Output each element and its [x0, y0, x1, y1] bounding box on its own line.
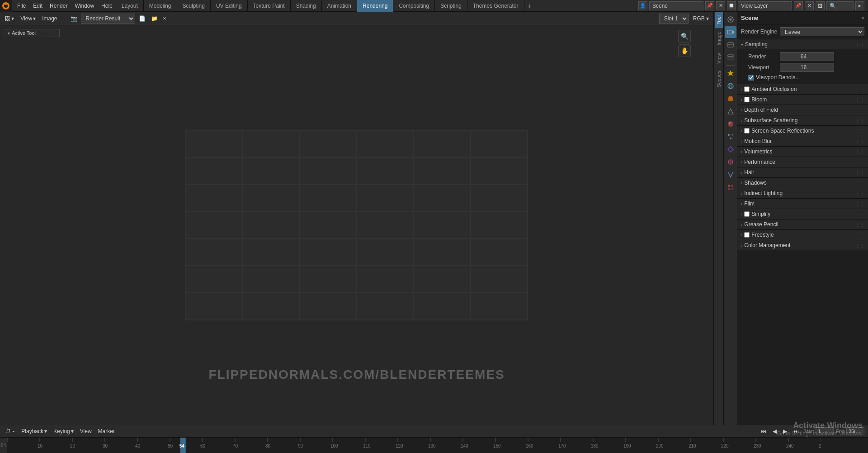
timeline-ruler[interactable] [7, 438, 868, 453]
keying-menu[interactable]: Keying ▾ [52, 427, 75, 435]
view-menu-timeline[interactable]: View [78, 427, 94, 435]
render-samples-input[interactable] [780, 52, 834, 61]
props-icon-modifiers[interactable] [725, 169, 736, 181]
tab-sculpting[interactable]: Sculpting [177, 0, 211, 12]
props-icon-scene-props[interactable] [725, 67, 736, 79]
vtab-view[interactable]: View [715, 49, 723, 67]
view-layer-pin-icon[interactable]: 📌 [794, 1, 803, 10]
section-indirect_lighting[interactable]: ›Indirect Lighting⋮⋮ [737, 188, 868, 198]
section-volumetrics[interactable]: ›Volumetrics⋮⋮ [737, 146, 868, 157]
section-dots-freestyle: ⋮⋮ [855, 233, 864, 238]
checkbox-freestyle[interactable] [744, 232, 750, 238]
image-close-button[interactable]: × [161, 14, 168, 23]
props-panel-close[interactable]: × [861, 15, 864, 21]
image-new-button[interactable]: 📄 [137, 14, 147, 23]
section-hair[interactable]: ›Hair⋮⋮ [737, 167, 868, 177]
props-icon-render[interactable] [725, 26, 736, 38]
view-layer-select[interactable] [738, 1, 792, 10]
scene-pin-icon[interactable]: 📌 [705, 1, 714, 10]
section-freestyle[interactable]: ›Freestyle⋮⋮ [737, 229, 868, 240]
section-performance[interactable]: ›Performance⋮⋮ [737, 157, 868, 167]
tab-scripting[interactable]: Scripting [435, 0, 467, 12]
play-btn[interactable]: ▶ [781, 427, 789, 435]
section-simplify[interactable]: ›Simplify⋮⋮ [737, 209, 868, 219]
checkbox-bloom[interactable] [744, 97, 750, 102]
editor-type-btn[interactable]: ⏱ ▾ [4, 427, 17, 435]
add-workspace-button[interactable]: + [524, 0, 535, 11]
checkbox-ambient_occlusion[interactable] [744, 86, 750, 92]
section-subsurface_scattering[interactable]: ›Subsurface Scattering⋮⋮ [737, 115, 868, 125]
jump-start-btn[interactable]: ⏮ [759, 427, 768, 435]
tab-layout[interactable]: Layout [116, 0, 144, 12]
render-result-select[interactable]: Render Result [81, 14, 135, 24]
sampling-section-header[interactable]: ▾ Sampling ⋮⋮ [737, 39, 868, 49]
tab-texture-paint[interactable]: Texture Paint [248, 0, 291, 12]
expand-icon[interactable]: ▸ [855, 1, 864, 10]
timeline-ruler-area[interactable]: 54 [0, 438, 868, 453]
props-icon-object[interactable] [725, 93, 736, 105]
vtab-scopes[interactable]: Scopes [715, 67, 723, 91]
menu-edit[interactable]: Edit [29, 1, 46, 10]
blender-logo[interactable] [0, 0, 12, 12]
scene-close-icon[interactable]: ✕ [716, 1, 725, 10]
viewport-samples-input[interactable] [780, 63, 834, 72]
marker-menu[interactable]: Marker [96, 427, 117, 435]
playback-menu[interactable]: Playback ▾ [19, 427, 49, 435]
props-icon-constraints[interactable] [725, 156, 736, 168]
vtab-image[interactable]: Image [715, 28, 723, 49]
scene-icon[interactable]: 👤 [638, 1, 647, 10]
start-frame-input[interactable] [816, 427, 834, 435]
section-bloom[interactable]: ›Bloom⋮⋮ [737, 94, 868, 105]
search-input[interactable] [826, 1, 854, 10]
props-icon-material[interactable] [725, 118, 736, 130]
image-menu-button[interactable]: Image [40, 14, 59, 23]
tab-themes-generator[interactable]: Themes Generator [467, 0, 524, 12]
scene-select[interactable] [649, 1, 703, 10]
editor-type-button[interactable]: 🖼 ▾ [3, 14, 16, 23]
checkbox-simplify[interactable] [744, 211, 750, 217]
menu-window[interactable]: Window [71, 1, 98, 10]
section-screen_space_reflections[interactable]: ›Screen Space Reflections⋮⋮ [737, 125, 868, 136]
section-motion_blur[interactable]: ›Motion Blur⋮⋮ [737, 136, 868, 146]
view-layer-icon[interactable]: 🔲 [727, 1, 736, 10]
checkbox-screen_space_reflections[interactable] [744, 128, 750, 134]
denoising-checkbox[interactable] [748, 75, 754, 81]
props-icon-mesh[interactable] [725, 105, 736, 117]
menu-render[interactable]: Render [46, 1, 71, 10]
props-icon-world[interactable] [725, 80, 736, 92]
display-channels-button[interactable]: RGB ▾ [691, 14, 711, 23]
props-icon-scene[interactable] [725, 14, 736, 25]
view-menu-button[interactable]: View ▾ [19, 14, 38, 23]
section-ambient_occlusion[interactable]: ›Ambient Occlusion⋮⋮ [737, 84, 868, 94]
props-icon-physics[interactable] [725, 143, 736, 155]
tab-rendering[interactable]: Rendering [357, 0, 393, 12]
section-depth_of_field[interactable]: ›Depth of Field⋮⋮ [737, 105, 868, 115]
image-browse-button[interactable]: 📷 [69, 14, 79, 23]
zoom-tool-icon[interactable]: 🔍 [678, 30, 691, 43]
end-frame-input[interactable] [846, 427, 864, 435]
props-icon-shader[interactable] [725, 181, 736, 193]
tab-animation[interactable]: Animation [322, 0, 357, 12]
play-reverse-btn[interactable]: ◀ [771, 427, 778, 435]
section-film[interactable]: ›Film⋮⋮ [737, 198, 868, 209]
view-layer-close-icon[interactable]: ✕ [805, 1, 814, 10]
menu-help[interactable]: Help [98, 1, 116, 10]
render-engine-select[interactable]: Eevee [780, 27, 864, 36]
props-icon-particles[interactable] [725, 131, 736, 143]
tab-compositing[interactable]: Compositing [393, 0, 435, 12]
props-icon-output[interactable] [725, 39, 736, 51]
tab-shading[interactable]: Shading [291, 0, 322, 12]
tab-uv-editing[interactable]: UV Editing [211, 0, 248, 12]
hand-tool-icon[interactable]: ✋ [678, 44, 691, 57]
section-grease_pencil[interactable]: ›Grease Pencil⋮⋮ [737, 219, 868, 229]
props-icon-view-layer[interactable] [725, 52, 736, 63]
section-shadows[interactable]: ›Shadows⋮⋮ [737, 177, 868, 188]
image-open-button[interactable]: 📁 [149, 14, 160, 23]
section-color_management[interactable]: ›Color Management⋮⋮ [737, 240, 868, 250]
tab-modeling[interactable]: Modeling [144, 0, 177, 12]
slot-select[interactable]: Slot 1 [659, 14, 689, 24]
menu-file[interactable]: File [14, 1, 29, 10]
jump-end-btn[interactable]: ⏭ [792, 427, 801, 435]
vtab-tool[interactable]: Tool [715, 12, 723, 28]
viewport-mode-icon[interactable]: 🖼 [816, 1, 825, 10]
